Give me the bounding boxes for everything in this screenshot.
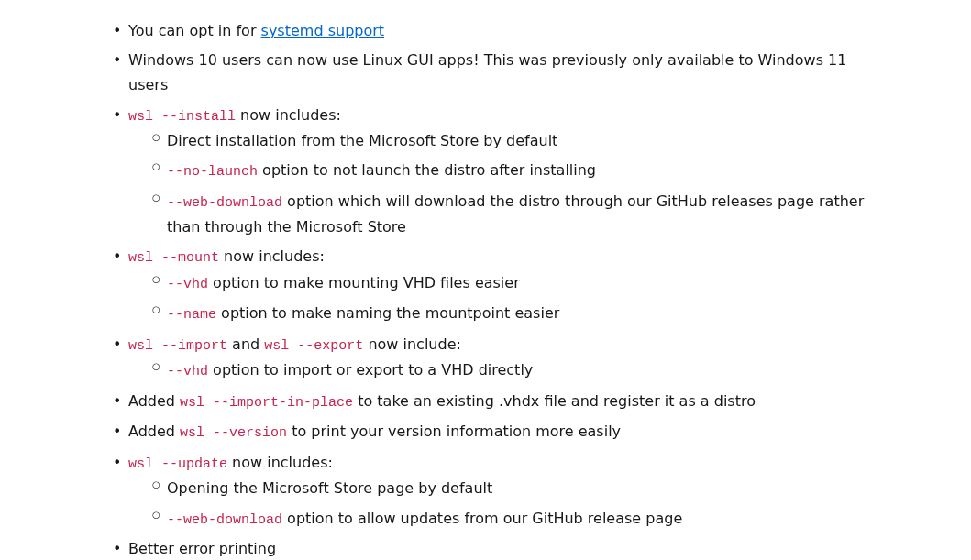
list-item: You can opt in for systemd support — [128, 18, 879, 43]
list-item: Windows 10 users can now use Linux GUI a… — [128, 48, 879, 97]
text: Added — [128, 423, 180, 440]
list-item: Opening the Microsoft Store page by defa… — [167, 476, 879, 500]
text: option to make naming the mountpoint eas… — [216, 304, 559, 322]
text: option to make mounting VHD files easier — [208, 274, 520, 291]
changelog-list: You can opt in for systemd support Windo… — [92, 18, 879, 560]
code-inline: wsl --install — [128, 109, 236, 125]
code-inline: --no-launch — [167, 164, 258, 180]
code-inline: wsl --update — [128, 456, 227, 472]
list-item: --web-download option which will downloa… — [167, 189, 879, 240]
list-item: --name option to make naming the mountpo… — [167, 301, 879, 327]
text: now includes: — [236, 106, 341, 124]
code-inline: --web-download — [167, 512, 282, 528]
text: now include: — [363, 335, 461, 353]
list-item: wsl --import and wsl --export now includ… — [128, 332, 879, 384]
list-item: Better error printing — [128, 536, 879, 560]
code-inline: wsl --import-in-place — [180, 395, 353, 411]
code-inline: wsl --import — [128, 338, 227, 354]
sub-list: Opening the Microsoft Store page by defa… — [128, 476, 879, 532]
text: option to import or export to a VHD dire… — [208, 361, 533, 379]
code-inline: --vhd — [167, 277, 208, 292]
list-item: --vhd option to make mounting VHD files … — [167, 270, 879, 297]
code-inline: wsl --mount — [128, 250, 219, 266]
sub-list: --vhd option to import or export to a VH… — [128, 357, 879, 384]
list-item: --web-download option to allow updates f… — [167, 506, 879, 533]
code-inline: --vhd — [167, 364, 208, 379]
list-item: wsl --update now includes: Opening the M… — [128, 450, 879, 532]
code-inline: --name — [167, 307, 216, 323]
list-item: --no-launch option to not launch the dis… — [167, 158, 879, 184]
text: now includes: — [227, 454, 333, 471]
list-item: wsl --install now includes: Direct insta… — [128, 103, 879, 240]
code-inline: wsl --version — [180, 425, 287, 441]
text: to take an existing .vhdx file and regis… — [353, 392, 756, 410]
text: Added — [128, 392, 180, 410]
list-item: Added wsl --version to print your versio… — [128, 419, 879, 445]
systemd-support-link[interactable]: systemd support — [261, 22, 385, 39]
sub-list: --vhd option to make mounting VHD files … — [128, 270, 879, 327]
text: and — [227, 335, 264, 353]
list-item: --vhd option to import or export to a VH… — [167, 357, 879, 384]
text: to print your version information more e… — [287, 423, 621, 440]
list-item: Added wsl --import-in-place to take an e… — [128, 389, 879, 415]
code-inline: --web-download — [167, 195, 282, 211]
code-inline: wsl --export — [264, 338, 363, 354]
list-item: wsl --mount now includes: --vhd option t… — [128, 244, 879, 327]
text: option to allow updates from our GitHub … — [282, 510, 682, 527]
text: You can opt in for — [128, 22, 261, 39]
text: now includes: — [219, 247, 325, 265]
text: option to not launch the distro after in… — [258, 161, 596, 179]
list-item: Direct installation from the Microsoft S… — [167, 128, 879, 153]
sub-list: Direct installation from the Microsoft S… — [128, 128, 879, 239]
